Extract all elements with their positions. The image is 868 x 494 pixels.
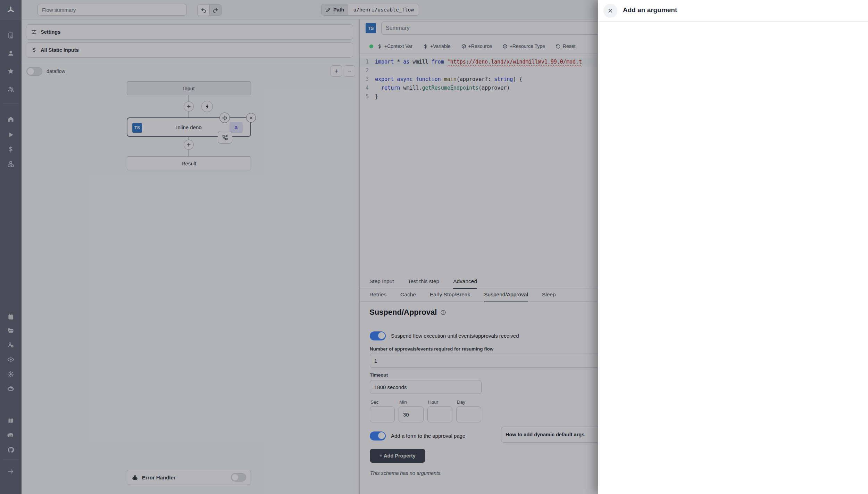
add-property-button[interactable]: + Add Property bbox=[370, 449, 425, 463]
sidebar-users-gear-icon[interactable] bbox=[7, 341, 14, 348]
code-line-1[interactable]: 1import * as wmill from "https://deno.la… bbox=[360, 58, 598, 66]
topbar: Flow summary Path u/henri/useable_flow bbox=[22, 0, 598, 19]
delete-step-button[interactable] bbox=[246, 113, 256, 123]
windmill-logo[interactable] bbox=[0, 0, 22, 20]
sidebar-arrow-right-icon[interactable] bbox=[7, 468, 14, 475]
error-handler-label: Error Handler bbox=[142, 475, 176, 480]
sidebar-calendar-icon[interactable] bbox=[7, 313, 14, 320]
line-number: 1 bbox=[360, 58, 375, 66]
hour-input[interactable] bbox=[427, 406, 452, 422]
step-summary-input[interactable]: Summary bbox=[381, 22, 598, 35]
info-icon bbox=[440, 310, 446, 315]
sidebar-users-icon[interactable] bbox=[7, 86, 14, 93]
tab-step-input[interactable]: Step Input bbox=[369, 275, 394, 289]
discord-icon bbox=[7, 432, 14, 439]
day-input[interactable] bbox=[456, 406, 481, 422]
cube-icon bbox=[502, 44, 508, 49]
dollar-icon bbox=[377, 44, 382, 49]
zoom-in-button[interactable]: + bbox=[331, 65, 342, 77]
sidebar-building-icon[interactable] bbox=[7, 32, 14, 39]
step-editor-panel: TS Summary +Context Var+Variable+Resourc… bbox=[359, 19, 598, 494]
sidebar-user-icon[interactable] bbox=[7, 50, 14, 57]
undo-icon bbox=[201, 7, 207, 13]
sidebar-eye-icon[interactable] bbox=[7, 356, 14, 363]
sidebar-gear-icon[interactable] bbox=[7, 371, 14, 378]
main-region: Flow summary Path u/henri/useable_flow bbox=[0, 0, 598, 494]
close-icon bbox=[607, 8, 614, 14]
suspend-toggle[interactable] bbox=[370, 331, 386, 340]
error-handler[interactable]: Error Handler bbox=[127, 470, 251, 485]
sidebar-robot-icon[interactable] bbox=[7, 385, 14, 392]
undo-button[interactable] bbox=[198, 5, 209, 16]
toolbar--variable[interactable]: +Variable bbox=[423, 43, 451, 49]
flow-node-input[interactable]: Input bbox=[127, 81, 251, 95]
dynamic-args-dropdown[interactable]: How to add dynamic default args bbox=[501, 427, 598, 443]
code-line-4[interactable]: 4 return wmill.getResumeEndpoints(approv… bbox=[360, 84, 598, 92]
flow-node-inline-deno[interactable]: TS Inline deno a bbox=[127, 117, 251, 137]
zoom-out-button[interactable]: − bbox=[344, 65, 355, 77]
tab-cache[interactable]: Cache bbox=[400, 288, 416, 302]
tab-retries[interactable]: Retries bbox=[369, 288, 386, 302]
book-icon bbox=[7, 417, 14, 424]
sidebar-book-icon[interactable] bbox=[7, 417, 14, 424]
phone-incoming-icon bbox=[222, 134, 228, 141]
suspend-step-indicator[interactable] bbox=[218, 131, 232, 143]
path-button[interactable]: Path bbox=[322, 4, 348, 15]
dollar-icon bbox=[31, 47, 37, 53]
suspend-heading: Suspend/Approval bbox=[369, 308, 437, 317]
toolbar--resource[interactable]: +Resource bbox=[461, 43, 492, 49]
flow-settings-button[interactable]: Settings bbox=[26, 24, 353, 40]
code-line-3[interactable]: 3export async function main(approver?: s… bbox=[360, 75, 598, 84]
error-handler-toggle[interactable] bbox=[231, 473, 246, 481]
sidebar-home-icon[interactable] bbox=[7, 116, 14, 123]
timeout-input[interactable]: 1800 seconds bbox=[370, 380, 482, 394]
redo-button[interactable] bbox=[209, 5, 221, 16]
argument-badge[interactable]: a bbox=[229, 122, 243, 133]
path-control[interactable]: Path u/henri/useable_flow bbox=[321, 4, 419, 16]
dataflow-label: dataflow bbox=[47, 68, 65, 74]
path-value[interactable]: u/henri/useable_flow bbox=[348, 4, 419, 15]
toolbar--context-var[interactable]: +Context Var bbox=[377, 43, 412, 49]
tab-sleep[interactable]: Sleep bbox=[542, 288, 556, 302]
min-input[interactable]: 30 bbox=[399, 406, 424, 422]
timeout-value: 1800 seconds bbox=[374, 384, 407, 390]
move-step-button[interactable] bbox=[219, 113, 230, 123]
approvals-input[interactable]: 1 bbox=[370, 354, 598, 368]
tab-advanced[interactable]: Advanced bbox=[453, 275, 477, 289]
toolbar--resource-type[interactable]: +Resource Type bbox=[502, 43, 545, 49]
insert-step-button[interactable] bbox=[184, 140, 194, 150]
code-line-5[interactable]: 5} bbox=[360, 92, 598, 101]
sec-input[interactable] bbox=[370, 406, 395, 422]
boxes-icon bbox=[7, 161, 14, 168]
code-line-2[interactable]: 2 bbox=[360, 66, 598, 75]
sidebar-discord-icon[interactable] bbox=[7, 432, 14, 439]
sidebar-github-icon[interactable] bbox=[7, 446, 14, 453]
toolbar-reset[interactable]: Reset bbox=[556, 43, 576, 49]
approval-form-label: Add a form to the approval page bbox=[391, 433, 465, 439]
code-editor[interactable]: 1import * as wmill from "https://deno.la… bbox=[360, 56, 598, 274]
sidebar-dollar-icon[interactable] bbox=[7, 146, 14, 153]
timeout-label: Timeout bbox=[370, 372, 388, 378]
sidebar-play-icon[interactable] bbox=[7, 131, 14, 138]
flow-summary-input[interactable]: Flow summary bbox=[37, 4, 187, 16]
redo-icon bbox=[212, 7, 218, 13]
plus-icon bbox=[186, 142, 191, 147]
dataflow-toggle[interactable] bbox=[26, 67, 42, 76]
drawer-close-button[interactable] bbox=[603, 4, 617, 18]
app-sidebar bbox=[0, 0, 22, 494]
tab-suspend-approval[interactable]: Suspend/Approval bbox=[484, 288, 528, 302]
folder-icon bbox=[7, 327, 14, 334]
tab-early-stop-break[interactable]: Early Stop/Break bbox=[430, 288, 470, 302]
approval-form-toggle[interactable] bbox=[370, 431, 386, 441]
flow-node-result[interactable]: Result bbox=[127, 156, 251, 170]
star-icon bbox=[7, 68, 14, 75]
drawer-title: Add an argument bbox=[623, 6, 677, 14]
sidebar-folder-icon[interactable] bbox=[7, 327, 14, 334]
sidebar-star-icon[interactable] bbox=[7, 68, 14, 75]
insert-step-button[interactable] bbox=[184, 101, 194, 112]
play-icon bbox=[7, 131, 14, 138]
all-static-inputs-button[interactable]: All Static Inputs bbox=[26, 42, 353, 58]
tab-test-this-step[interactable]: Test this step bbox=[408, 275, 439, 289]
trigger-button[interactable] bbox=[201, 101, 213, 112]
sidebar-boxes-icon[interactable] bbox=[7, 161, 14, 168]
